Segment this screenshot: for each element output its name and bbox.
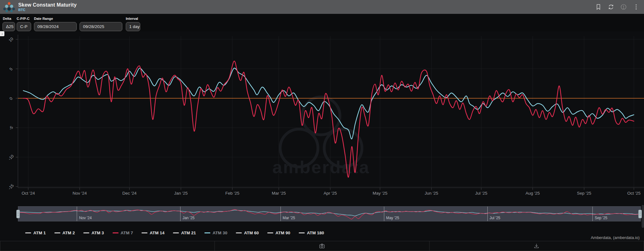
legend-item-atm-90[interactable]: ATM 90 [267, 231, 290, 235]
screenshot-button[interactable] [215, 241, 429, 251]
range-navigator[interactable]: Nov '24Jan '25Mar '25May '25Jul '25Sep '… [18, 206, 641, 221]
amberdata-logo-icon [3, 2, 15, 12]
navigator-left-handle[interactable] [16, 210, 20, 218]
legend-item-atm-14[interactable]: ATM 14 [142, 231, 164, 235]
navigator-month-label: Jul '25 [490, 216, 500, 220]
legend-item-atm-180[interactable]: ATM 180 [299, 231, 324, 235]
main-chart-area[interactable]: 1050-5-10-15Oct '24Nov '24Dec '24Jan '25… [0, 31, 644, 203]
interval-label: Interval [126, 17, 138, 20]
navigator-month-label: Jan '25 [182, 216, 194, 220]
legend-dash-icon [83, 232, 89, 233]
legend-label: ATM 14 [150, 231, 164, 235]
navigator-month-label: Sep '25 [595, 216, 607, 220]
navigator-gridline [592, 207, 593, 221]
navigator-month-label: May '25 [386, 216, 399, 220]
navigator-gridline [280, 207, 281, 221]
navigator-series-atm-7 [19, 209, 641, 219]
legend-item-atm-3[interactable]: ATM 3 [83, 231, 104, 235]
legend-label: ATM 60 [244, 231, 259, 235]
navigator-mini-chart [18, 207, 641, 221]
camera-icon [319, 243, 325, 249]
bottom-toolbar [0, 241, 644, 251]
navigator-gridline [180, 207, 180, 221]
legend-dash-icon [54, 232, 60, 233]
legend-label: ATM 7 [121, 231, 133, 235]
asset-label: BTC [18, 8, 77, 12]
refresh-icon[interactable] [608, 3, 614, 10]
series-line-atm-30[interactable] [23, 68, 634, 139]
y-tick-label: -15 [7, 183, 15, 191]
more-menu-icon[interactable] [633, 3, 640, 10]
delta-label: Delta [3, 17, 11, 20]
navigator-month-label: Nov '24 [79, 216, 92, 220]
legend-item-atm-60[interactable]: ATM 60 [236, 231, 259, 235]
legend-label: ATM 1 [33, 231, 46, 235]
legend-dash-icon [267, 232, 273, 233]
navigator-gridline [487, 207, 488, 221]
y-tick-label: -5 [8, 125, 14, 131]
legend-dash-icon [204, 232, 210, 233]
legend-dash-icon [173, 232, 179, 233]
cp-pc-label: C-P/P-C [17, 17, 30, 20]
date-range-label: Date Range [34, 17, 53, 20]
y-tick-label: 10 [8, 36, 14, 43]
legend-label: ATM 21 [181, 231, 196, 235]
y-tick-label: 0 [8, 96, 14, 101]
legend-dash-icon [236, 232, 242, 233]
legend-label: ATM 2 [63, 231, 75, 235]
navigator-vertical-scrollbar[interactable] [642, 205, 644, 228]
watermark-text: amberdata [272, 157, 370, 177]
attribution-text: Amberdata, (amberdata.io) [591, 235, 640, 240]
x-tick-label: Mar '25 [272, 191, 286, 196]
legend-dash-icon [113, 232, 119, 233]
download-icon [533, 243, 540, 249]
legend-label: ATM 3 [92, 231, 104, 235]
legend-dash-icon [25, 232, 31, 233]
legend-item-atm-2[interactable]: ATM 2 [54, 231, 75, 235]
interval-select[interactable]: 1 day [126, 22, 140, 31]
x-tick-label: Nov '24 [73, 191, 87, 196]
x-tick-label: Jan '25 [174, 191, 188, 196]
delta-select[interactable]: Δ25 [3, 22, 15, 31]
x-tick-label: Oct '24 [22, 191, 35, 196]
toolbar-section-left[interactable] [0, 241, 215, 251]
watermark-logo [280, 97, 362, 167]
x-tick-label: Jul '25 [475, 191, 487, 196]
legend-label: ATM 180 [307, 231, 324, 235]
legend-dash-icon [299, 232, 305, 233]
navigator-month-label: Mar '25 [283, 216, 295, 220]
x-tick-label: Oct '25 [627, 191, 641, 196]
legend-item-atm-30[interactable]: ATM 30 [204, 231, 227, 235]
x-tick-label: Aug '25 [525, 191, 540, 196]
bookmark-icon[interactable] [595, 3, 602, 10]
navigator-right-handle[interactable] [638, 210, 642, 218]
page-title: Skew Constant Maturity [18, 2, 77, 8]
app-header: Skew Constant Maturity BTC [0, 0, 644, 14]
x-tick-label: Feb '25 [225, 191, 240, 196]
x-tick-label: Apr '25 [324, 191, 337, 196]
legend-item-atm-1[interactable]: ATM 1 [25, 231, 46, 235]
legend-label: ATM 30 [213, 231, 227, 235]
legend-dash-icon [142, 232, 147, 233]
x-tick-label: Sep '25 [577, 191, 591, 196]
filter-controls-bar: Delta C-P/P-C Date Range Interval Δ25 C-… [0, 14, 644, 31]
date-start-input[interactable]: 09/28/2024 [34, 22, 77, 31]
series-legend: ATM 1ATM 2ATM 3ATM 7ATM 14ATM 21ATM 30AT… [25, 228, 324, 237]
sidebar-expand-chevron-icon[interactable]: › [0, 31, 4, 36]
date-end-input[interactable]: 09/28/2025 [80, 22, 122, 31]
x-tick-label: Dec '24 [122, 191, 137, 196]
skew-line-chart[interactable]: 1050-5-10-15Oct '24Nov '24Dec '24Jan '25… [0, 31, 644, 203]
legend-item-atm-7[interactable]: ATM 7 [113, 231, 133, 235]
y-tick-label: -10 [7, 154, 15, 161]
navigator-gridline [384, 207, 384, 221]
download-button[interactable] [430, 241, 644, 251]
legend-item-atm-21[interactable]: ATM 21 [173, 231, 196, 235]
legend-label: ATM 90 [275, 231, 290, 235]
navigator-gridline [77, 207, 77, 221]
x-tick-label: Jun '25 [425, 191, 438, 196]
y-tick-label: 5 [8, 66, 14, 71]
info-icon[interactable] [620, 3, 627, 10]
x-tick-label: May '25 [373, 191, 387, 196]
cp-pc-select[interactable]: C-P [17, 22, 31, 31]
